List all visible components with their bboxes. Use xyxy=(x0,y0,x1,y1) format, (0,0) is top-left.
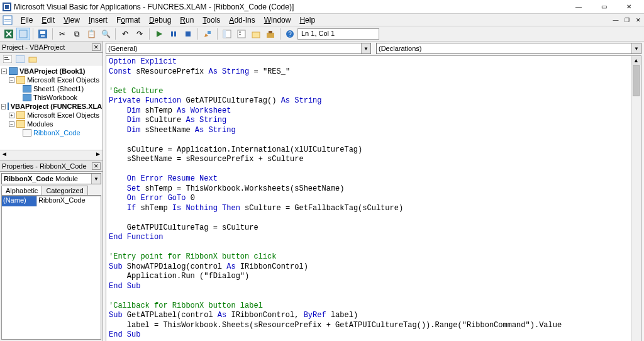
properties-grid[interactable]: (Name) RibbonX_Code xyxy=(1,196,101,340)
svg-rect-18 xyxy=(223,30,226,38)
menu-addins[interactable]: Add-Ins xyxy=(225,14,259,26)
toggle-folders-icon[interactable] xyxy=(27,54,38,64)
left-dock: Project - VBAProject ✕ −VBAProject (Book… xyxy=(0,42,103,341)
chevron-down-icon[interactable]: ▼ xyxy=(631,43,641,53)
window-minimize-button[interactable]: — xyxy=(566,1,591,13)
code-dropdown-row: (General) ▼ (Declarations) ▼ xyxy=(103,42,644,55)
menu-format[interactable]: Format xyxy=(112,14,145,26)
tree-sheet1[interactable]: Sheet1 (Sheet1) xyxy=(1,84,101,93)
menu-insert[interactable]: Insert xyxy=(84,14,112,26)
menu-view[interactable]: View xyxy=(59,14,84,26)
tree-project-book1[interactable]: −VBAProject (Book1) xyxy=(1,67,101,75)
tree-excel-objects-funcres[interactable]: +Microsoft Excel Objects xyxy=(1,111,101,120)
svg-rect-16 xyxy=(208,31,211,34)
tb-help-icon[interactable]: ? xyxy=(283,28,297,40)
tb-insert-userform-icon[interactable] xyxy=(16,28,30,40)
project-explorer-close-button[interactable]: ✕ xyxy=(92,43,101,51)
object-dropdown[interactable]: (General) ▼ xyxy=(106,43,371,54)
tb-redo-icon[interactable]: ↷ xyxy=(133,28,147,40)
project-explorer-toolbar xyxy=(0,53,103,65)
properties-title: Properties - RibbonX_Code xyxy=(2,162,92,170)
project-tree[interactable]: −VBAProject (Book1) −Microsoft Excel Obj… xyxy=(0,65,103,150)
mdi-minimize-button[interactable]: — xyxy=(610,15,621,25)
tb-undo-icon[interactable]: ↶ xyxy=(118,28,132,40)
menu-tools[interactable]: Tools xyxy=(198,14,225,26)
mdi-close-button[interactable]: ✕ xyxy=(633,15,644,25)
menu-row: File Edit View Insert Format Debug Run T… xyxy=(0,14,644,26)
svg-rect-22 xyxy=(252,32,260,38)
project-tree-hscroll[interactable]: ◄► xyxy=(0,150,103,160)
tb-copy-icon[interactable]: ⧉ xyxy=(70,28,84,40)
svg-rect-20 xyxy=(239,31,241,33)
svg-rect-4 xyxy=(4,19,11,20)
tree-modules-folder[interactable]: −Modules xyxy=(1,120,101,128)
tb-reset-icon[interactable] xyxy=(181,28,195,40)
view-object-icon[interactable] xyxy=(14,54,26,64)
code-body[interactable]: Option Explicit Const sResourcePrefix As… xyxy=(106,56,641,341)
code-text[interactable]: Option Explicit Const sResourcePrefix As… xyxy=(106,56,641,341)
chevron-down-icon[interactable]: ▼ xyxy=(361,43,370,53)
properties-close-button[interactable]: ✕ xyxy=(92,162,101,170)
svg-rect-9 xyxy=(40,31,45,34)
tree-excel-objects-book1[interactable]: −Microsoft Excel Objects xyxy=(1,75,101,84)
menu-debug[interactable]: Debug xyxy=(145,14,175,26)
chevron-down-icon[interactable]: ▼ xyxy=(91,174,101,184)
svg-rect-23 xyxy=(267,33,274,38)
tb-sep xyxy=(149,28,150,40)
svg-rect-5 xyxy=(4,21,11,21)
tb-cut-icon[interactable]: ✂ xyxy=(55,28,69,40)
scroll-up-icon[interactable]: ▲ xyxy=(631,56,641,65)
svg-text:?: ? xyxy=(288,31,292,38)
property-row-name[interactable]: (Name) RibbonX_Code xyxy=(2,196,101,206)
menu-bar: File Edit View Insert Format Debug Run T… xyxy=(15,14,610,26)
svg-rect-28 xyxy=(4,57,8,58)
window-title: Microsoft Visual Basic for Applications … xyxy=(14,3,566,11)
svg-rect-3 xyxy=(3,16,12,25)
tb-view-excel-icon[interactable] xyxy=(2,28,16,40)
svg-rect-31 xyxy=(29,57,36,62)
property-name-value[interactable]: RibbonX_Code xyxy=(37,196,101,206)
svg-rect-21 xyxy=(239,34,241,35)
tab-categorized[interactable]: Categorized xyxy=(42,186,87,195)
tree-ribbonx-code[interactable]: RibbonX_Code xyxy=(1,128,101,137)
tab-alphabetic[interactable]: Alphabetic xyxy=(1,186,42,195)
tb-save-icon[interactable] xyxy=(36,28,50,40)
view-code-icon[interactable] xyxy=(2,54,13,64)
svg-rect-19 xyxy=(238,30,245,38)
code-area: Option Explicit Const sResourcePrefix As… xyxy=(106,55,641,341)
menu-help[interactable]: Help xyxy=(295,14,319,26)
svg-marker-11 xyxy=(157,31,162,37)
tb-find-icon[interactable]: 🔍 xyxy=(99,28,113,40)
properties-pane: Properties - RibbonX_Code ✕ RibbonX_Code… xyxy=(0,160,103,341)
tree-thisworkbook-book1[interactable]: ThisWorkbook xyxy=(1,93,101,102)
tb-sep xyxy=(115,28,116,40)
vertical-scrollbar[interactable]: ▲ ▼ xyxy=(631,56,641,341)
properties-object-combo[interactable]: RibbonX_Code Module ▼ xyxy=(1,173,101,184)
tb-toolbox-icon[interactable] xyxy=(264,28,277,40)
window-maximize-button[interactable]: ▭ xyxy=(591,1,616,13)
scroll-thumb[interactable] xyxy=(633,65,640,96)
tree-project-funcres[interactable]: −VBAProject (FUNCRES.XLAM) xyxy=(1,102,101,111)
svg-rect-13 xyxy=(174,31,176,36)
tb-paste-icon[interactable]: 📋 xyxy=(84,28,98,40)
menu-window[interactable]: Window xyxy=(260,14,296,26)
project-explorer-header: Project - VBAProject ✕ xyxy=(0,42,103,53)
tb-design-mode-icon[interactable] xyxy=(201,28,214,40)
tb-properties-icon[interactable] xyxy=(235,28,248,40)
app-icon xyxy=(3,3,11,11)
svg-rect-2 xyxy=(5,5,9,9)
menu-run[interactable]: Run xyxy=(175,14,198,26)
tb-sep xyxy=(217,28,218,40)
mdi-restore-button[interactable]: ❐ xyxy=(621,15,633,25)
properties-tabs: Alphabetic Categorized xyxy=(1,186,101,196)
menu-edit[interactable]: Edit xyxy=(37,14,59,26)
svg-rect-14 xyxy=(186,31,191,36)
tb-project-explorer-icon[interactable] xyxy=(220,28,234,40)
tb-run-icon[interactable] xyxy=(152,28,166,40)
tb-object-browser-icon[interactable] xyxy=(249,28,263,40)
tb-break-icon[interactable] xyxy=(167,28,180,40)
menu-file[interactable]: File xyxy=(16,14,37,26)
svg-rect-12 xyxy=(171,31,173,36)
procedure-dropdown[interactable]: (Declarations) ▼ xyxy=(376,43,641,54)
window-close-button[interactable]: ✕ xyxy=(616,1,641,13)
